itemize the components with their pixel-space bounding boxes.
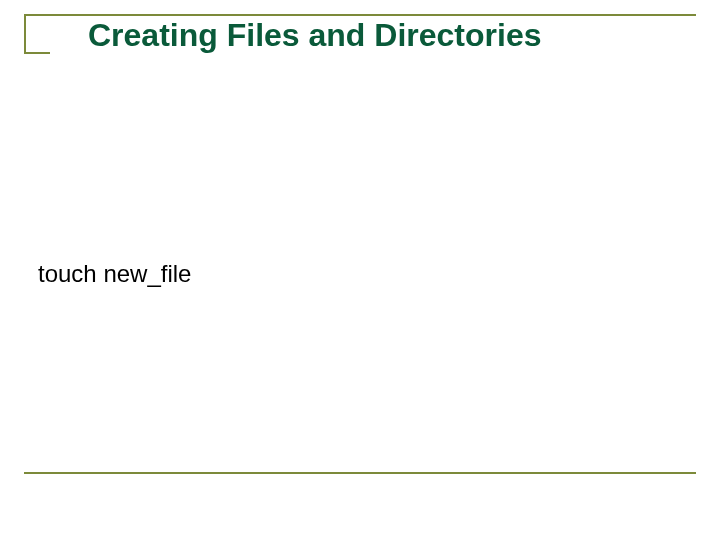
bottom-rule-decoration (24, 472, 696, 474)
slide-body-text: touch new_file (38, 260, 191, 288)
slide: Creating Files and Directories touch new… (0, 0, 720, 540)
slide-title: Creating Files and Directories (88, 16, 680, 54)
top-corner-decoration (24, 14, 50, 54)
